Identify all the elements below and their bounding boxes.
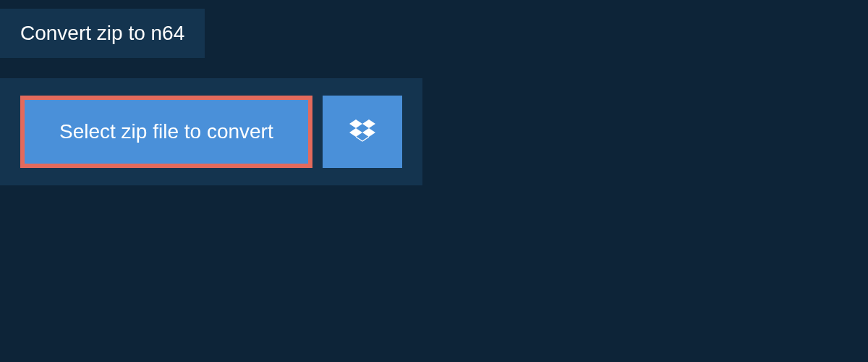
select-file-button[interactable]: Select zip file to convert bbox=[20, 96, 312, 168]
upload-panel: Select zip file to convert bbox=[0, 78, 422, 185]
dropbox-button[interactable] bbox=[323, 96, 402, 168]
select-file-button-label: Select zip file to convert bbox=[59, 120, 273, 143]
page-title: Convert zip to n64 bbox=[20, 22, 184, 44]
page-title-tab: Convert zip to n64 bbox=[0, 9, 205, 58]
dropbox-icon bbox=[349, 117, 375, 146]
